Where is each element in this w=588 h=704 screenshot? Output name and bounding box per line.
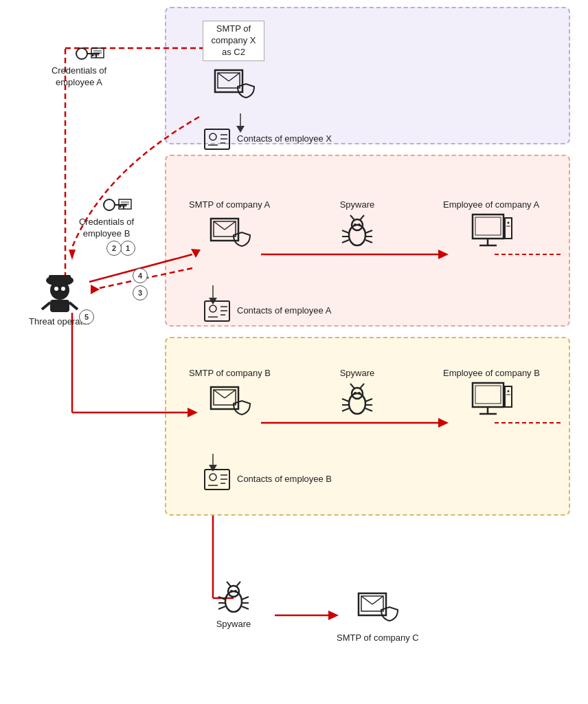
svg-point-82 [507,221,509,223]
svg-point-65 [349,225,365,245]
smtp-company-a: SMTP of company A [189,199,270,258]
svg-line-128 [242,606,249,609]
svg-line-53 [218,73,229,81]
svg-marker-3 [69,250,76,260]
employee-b-label: Employee of company B [443,368,540,380]
contacts-a-label: Contacts of employee A [237,305,331,317]
svg-line-126 [242,597,249,600]
svg-line-123 [218,597,225,600]
smtp-b-label: SMTP of company B [189,368,271,380]
svg-line-125 [218,606,225,609]
contacts-employee-b: Contacts of employee B [203,468,328,492]
step-4-badge: 4 [133,268,148,283]
smtp-c-label: SMTP of company C [337,632,419,644]
contacts-x-label: Contacts of employee X [237,133,332,145]
svg-rect-78 [475,217,501,235]
contacts-b-label: Contacts of employee B [237,474,332,485]
step-3-badge: 3 [133,285,148,300]
svg-rect-107 [475,386,501,404]
svg-marker-7 [91,285,100,294]
svg-point-45 [50,280,69,300]
step-5-badge: 5 [79,309,94,324]
svg-point-111 [507,390,509,392]
svg-line-54 [229,73,240,81]
svg-point-105 [358,392,361,395]
svg-line-63 [214,221,225,230]
svg-point-119 [225,591,242,612]
svg-line-121 [227,582,231,586]
svg-line-50 [69,302,78,309]
svg-line-133 [361,596,372,604]
svg-point-47 [61,287,65,291]
svg-rect-110 [505,386,512,407]
spyware-a-label: Spyware [340,199,375,211]
svg-point-129 [230,590,233,593]
spyware-b: Spyware [337,368,378,421]
svg-line-134 [372,596,383,604]
step-1-badge: 1 [120,241,135,256]
svg-point-85 [210,305,216,312]
svg-line-101 [365,399,372,402]
employee-a-label: Employee of company A [443,199,539,211]
svg-line-71 [342,240,349,243]
smtp-company-b: SMTP of company B [189,368,271,426]
svg-point-114 [210,474,216,481]
svg-line-69 [342,230,349,233]
smtp-company-x: SMTP of company X as C2 [203,21,264,109]
svg-point-130 [234,590,237,593]
svg-point-56 [210,133,216,140]
svg-line-92 [214,390,225,398]
svg-point-27 [76,48,87,59]
employee-company-b: Employee of company B [443,368,540,421]
svg-line-74 [365,240,372,243]
step-2-badge: 2 [106,241,122,256]
svg-line-96 [350,384,354,388]
svg-point-76 [358,223,361,226]
spyware-a: Spyware [337,199,378,252]
credentials-b-label: Credentials of employee B [69,217,144,240]
svg-line-103 [365,408,372,411]
svg-point-104 [354,392,357,395]
svg-point-75 [354,223,357,226]
svg-point-35 [104,199,115,210]
svg-line-49 [42,302,50,309]
svg-point-46 [54,287,58,291]
smtp-company-c: SMTP of company C [337,588,419,644]
smtp-a-label: SMTP of company A [189,199,270,211]
smtp-x-label: SMTP of company X as C2 [203,21,264,61]
svg-point-94 [349,393,365,414]
employee-company-a: Employee of company A [443,199,539,252]
svg-line-93 [225,390,236,398]
svg-rect-81 [505,218,512,239]
svg-line-64 [225,221,236,230]
svg-rect-48 [50,300,69,312]
diagram: Credentials of employee A Credentials of… [0,0,588,704]
contacts-employee-x: Contacts of employee X [203,127,328,151]
credentials-employee-b: Credentials of employee B [89,192,144,240]
contacts-employee-a: Contacts of employee A [203,299,328,323]
spyware-c-label: Spyware [216,619,251,630]
credentials-employee-a: Credentials of employee A [62,41,117,89]
svg-line-122 [236,582,240,586]
svg-line-98 [342,399,349,402]
svg-line-97 [360,384,364,388]
credentials-a-label: Credentials of employee A [41,65,117,89]
svg-line-100 [342,408,349,411]
spyware-b-label: Spyware [340,368,375,380]
svg-line-72 [365,230,372,233]
svg-line-67 [350,215,354,220]
spyware-c: Spyware [213,578,254,630]
svg-line-68 [360,215,364,220]
